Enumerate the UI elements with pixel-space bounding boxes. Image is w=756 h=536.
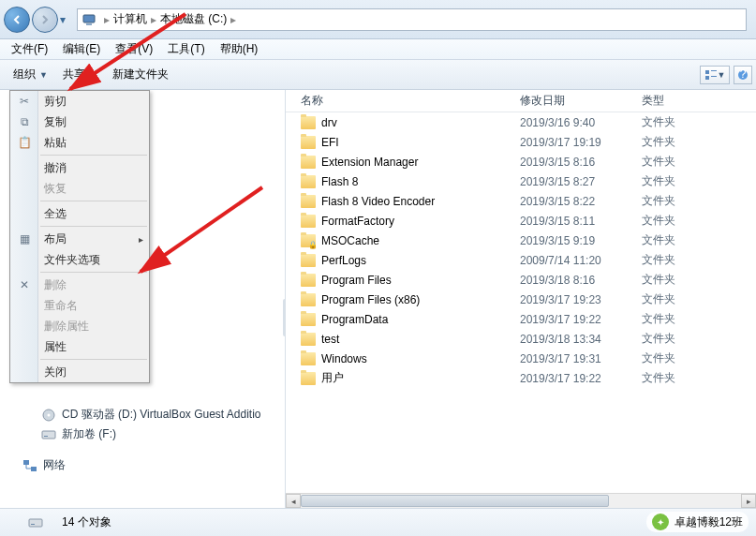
breadcrumb[interactable]: ▸ 计算机 ▸ 本地磁盘 (C:) ▸ <box>77 8 747 31</box>
computer-icon <box>82 12 96 27</box>
svg-rect-4 <box>705 76 709 80</box>
breadcrumb-part[interactable]: 计算机 <box>113 11 147 27</box>
file-type: 文件夹 <box>642 213 717 229</box>
folder-icon <box>301 274 316 287</box>
file-row[interactable]: FormatFactory2019/3/15 8:11文件夹 <box>286 211 756 231</box>
cd-drive-icon <box>41 408 56 423</box>
file-name-label: drv <box>321 116 337 129</box>
menu-copy[interactable]: ⧉复制 <box>10 112 149 132</box>
file-date: 2009/7/14 11:20 <box>520 254 642 267</box>
file-row[interactable]: drv2019/3/16 9:40文件夹 <box>286 112 756 132</box>
file-row[interactable]: PerfLogs2009/7/14 11:20文件夹 <box>286 250 756 270</box>
chevron-down-icon: ▼ <box>39 70 48 80</box>
file-date: 2019/3/15 8:22 <box>520 195 642 208</box>
file-row[interactable]: Program Files (x86)2019/3/17 19:23文件夹 <box>286 290 756 309</box>
menu-delete: ✕删除 <box>10 275 149 295</box>
help-button[interactable]: ? <box>734 66 752 84</box>
svg-rect-2 <box>705 70 709 74</box>
svg-rect-10 <box>42 431 55 439</box>
file-row[interactable]: test2019/3/18 13:34文件夹 <box>286 329 756 349</box>
svg-rect-15 <box>31 524 35 525</box>
chevron-down-icon: ▼ <box>89 70 97 80</box>
menu-cut[interactable]: ✂剪切 <box>10 91 149 112</box>
file-row[interactable]: Extension Manager2019/3/15 8:16文件夹 <box>286 152 756 171</box>
file-row[interactable]: MSOCache2019/3/15 9:19文件夹 <box>286 231 756 250</box>
wechat-icon: ✦ <box>652 514 669 530</box>
menu-close[interactable]: 关闭 <box>10 362 149 382</box>
folder-icon <box>301 136 316 149</box>
menu-file[interactable]: 文件(F) <box>4 39 55 59</box>
file-date: 2019/3/17 19:23 <box>520 293 642 306</box>
paste-icon: 📋 <box>17 135 32 150</box>
column-name[interactable]: 名称 <box>286 93 520 109</box>
tree-cd-drive[interactable]: CD 驱动器 (D:) VirtualBox Guest Additio <box>0 405 285 424</box>
nav-bar: ▾ ▸ 计算机 ▸ 本地磁盘 (C:) ▸ <box>0 0 756 39</box>
folder-icon <box>301 234 316 247</box>
scroll-left-button[interactable]: ◂ <box>286 494 301 508</box>
column-type[interactable]: 类型 <box>642 93 717 109</box>
menu-paste[interactable]: 📋粘贴 <box>10 132 149 153</box>
menu-select-all[interactable]: 全选 <box>10 203 149 224</box>
menu-bar: 文件(F) 编辑(E) 查看(V) 工具(T) 帮助(H) <box>0 39 756 60</box>
file-name-label: Extension Manager <box>321 156 418 169</box>
cut-icon: ✂ <box>17 94 32 109</box>
file-row[interactable]: Flash 8 Video Encoder2019/3/15 8:22文件夹 <box>286 191 756 211</box>
scroll-thumb[interactable] <box>301 495 609 507</box>
menu-undo[interactable]: 撤消 <box>10 157 149 178</box>
nav-history-dropdown[interactable]: ▾ <box>60 13 71 26</box>
column-headers: 名称 修改日期 类型 <box>286 90 756 112</box>
file-date: 2019/3/16 9:40 <box>520 116 642 129</box>
chevron-right-icon: ▸ <box>104 13 110 26</box>
file-row[interactable]: 用户2019/3/17 19:22文件夹 <box>286 368 756 388</box>
file-name-label: EFI <box>321 136 339 149</box>
column-date[interactable]: 修改日期 <box>520 93 642 109</box>
menu-view[interactable]: 查看(V) <box>108 39 160 59</box>
file-row[interactable]: Windows2019/3/17 19:31文件夹 <box>286 349 756 368</box>
file-name-label: ProgramData <box>321 313 388 326</box>
menu-edit[interactable]: 编辑(E) <box>55 39 108 59</box>
file-date: 2019/3/15 8:16 <box>520 156 642 169</box>
file-type: 文件夹 <box>642 311 717 327</box>
file-row[interactable]: EFI2019/3/17 19:19文件夹 <box>286 132 756 152</box>
svg-text:?: ? <box>740 69 747 81</box>
tree-new-volume[interactable]: 新加卷 (F:) <box>0 424 285 444</box>
file-row[interactable]: Program Files2019/3/18 8:16文件夹 <box>286 270 756 290</box>
svg-rect-0 <box>83 15 95 22</box>
breadcrumb-part[interactable]: 本地磁盘 (C:) <box>160 11 227 27</box>
file-date: 2019/3/15 8:27 <box>520 175 642 188</box>
menu-layout[interactable]: ▦布局▸ <box>10 229 149 249</box>
navigation-tree: ✂剪切 ⧉复制 📋粘贴 撤消 恢复 全选 ▦布局▸ 文件夹选项 ✕删除 重命名 … <box>0 90 286 508</box>
back-button[interactable] <box>4 7 30 33</box>
file-name-label: Windows <box>321 352 367 365</box>
file-row[interactable]: Flash 82019/3/15 8:27文件夹 <box>286 171 756 191</box>
menu-remove-props: 删除属性 <box>10 316 149 336</box>
file-name-label: 用户 <box>321 370 344 386</box>
view-mode-button[interactable]: ▼ <box>700 66 730 84</box>
file-type: 文件夹 <box>642 232 717 248</box>
horizontal-scrollbar[interactable]: ◂ ▸ <box>286 493 756 508</box>
organize-button[interactable]: 组织▼ <box>6 63 55 86</box>
file-name-label: test <box>321 333 339 346</box>
network-icon <box>22 458 37 473</box>
menu-tools[interactable]: 工具(T) <box>160 39 212 59</box>
svg-rect-12 <box>23 460 29 465</box>
svg-rect-3 <box>711 70 717 71</box>
file-row[interactable]: ProgramData2019/3/17 19:22文件夹 <box>286 309 756 329</box>
folder-icon <box>301 333 316 346</box>
file-date: 2019/3/17 19:22 <box>520 313 642 326</box>
menu-help[interactable]: 帮助(H) <box>213 39 266 59</box>
menu-folder-options[interactable]: 文件夹选项 <box>10 249 149 270</box>
menu-properties[interactable]: 属性 <box>10 336 149 357</box>
chevron-right-icon: ▸ <box>139 234 143 245</box>
file-type: 文件夹 <box>642 350 717 366</box>
folder-icon <box>301 195 316 208</box>
folder-icon <box>301 116 316 129</box>
share-button[interactable]: 共享▼ <box>55 63 105 86</box>
svg-rect-14 <box>29 519 42 527</box>
forward-button[interactable] <box>32 7 58 33</box>
new-folder-button[interactable]: 新建文件夹 <box>105 63 176 86</box>
tree-network[interactable]: 网络 <box>0 455 285 475</box>
file-list: drv2019/3/16 9:40文件夹EFI2019/3/17 19:19文件… <box>286 112 756 388</box>
file-list-pane: 名称 修改日期 类型 drv2019/3/16 9:40文件夹EFI2019/3… <box>286 90 756 508</box>
scroll-right-button[interactable]: ▸ <box>741 494 756 508</box>
